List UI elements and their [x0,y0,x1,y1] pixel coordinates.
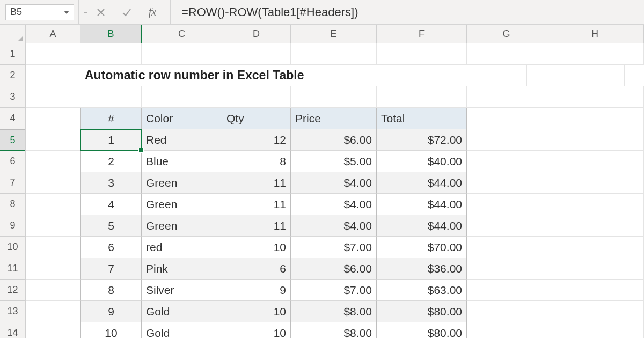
cell-price[interactable]: $4.00 [291,194,377,215]
cell-price[interactable]: $4.00 [291,215,377,237]
cell-price[interactable]: $8.00 [291,301,377,322]
cell[interactable] [26,258,80,280]
cell-price[interactable]: $7.00 [291,237,377,258]
cell[interactable] [546,280,644,301]
cell-price[interactable]: $8.00 [291,322,377,338]
cell-color[interactable]: Blue [142,151,222,172]
cell[interactable] [467,258,546,280]
row-header[interactable]: 11 [0,258,25,280]
cell[interactable] [26,194,80,215]
row-header[interactable]: 10 [0,237,25,258]
cell-total[interactable]: $44.00 [377,172,467,194]
row-header[interactable]: 5 [0,129,25,151]
cell-color[interactable]: Green [142,194,222,215]
cell[interactable] [467,215,546,237]
cell[interactable] [222,86,291,108]
name-box[interactable]: B5 [5,4,74,20]
col-header[interactable]: H [546,25,644,43]
cell[interactable] [546,151,644,172]
cell[interactable] [527,65,625,86]
title-cell[interactable]: Automatic row number in Excel Table [80,65,527,86]
cell[interactable] [26,108,80,129]
cell-total[interactable]: $36.00 [377,258,467,280]
cell[interactable] [546,172,644,194]
cell-total[interactable]: $44.00 [377,194,467,215]
cell-color[interactable]: red [142,237,222,258]
cell[interactable] [26,280,80,301]
row-header[interactable]: 8 [0,194,25,215]
drag-handle-icon[interactable] [83,0,87,24]
cell[interactable] [26,129,80,151]
cell-price[interactable]: $5.00 [291,151,377,172]
cell-qty[interactable]: 10 [222,301,291,322]
cell[interactable] [546,322,644,338]
col-header[interactable]: E [291,25,377,43]
formula-input[interactable]: =ROW()-ROW(Table1[#Headers]) [175,0,644,24]
cell[interactable] [80,43,142,65]
row-header[interactable]: 2 [0,65,25,86]
enter-icon[interactable] [121,6,133,18]
row-header[interactable]: 1 [0,43,25,65]
cell[interactable] [546,108,644,129]
cell-price[interactable]: $6.00 [291,129,377,151]
row-header[interactable]: 3 [0,86,25,108]
cell-color[interactable]: Silver [142,280,222,301]
cell[interactable] [26,322,80,338]
cell[interactable] [467,237,546,258]
col-header[interactable]: D [222,25,291,43]
table-header-color[interactable]: Color [142,108,222,129]
cell-total[interactable]: $80.00 [377,301,467,322]
cell[interactable] [546,194,644,215]
cell-color[interactable]: Green [142,172,222,194]
row-header[interactable]: 6 [0,151,25,172]
cell[interactable] [467,301,546,322]
cell[interactable] [26,172,80,194]
select-all-corner[interactable] [0,25,25,43]
cell-price[interactable]: $7.00 [291,280,377,301]
cell[interactable] [546,301,644,322]
cell[interactable] [467,172,546,194]
cell[interactable] [291,86,377,108]
cell-num[interactable]: 7 [80,258,142,280]
cell[interactable] [546,237,644,258]
cell[interactable] [467,86,546,108]
cell-color[interactable]: Gold [142,322,222,338]
cell[interactable] [467,151,546,172]
cell-num[interactable]: 4 [80,194,142,215]
cell-qty[interactable]: 10 [222,322,291,338]
cell-total[interactable]: $80.00 [377,322,467,338]
cell-color[interactable]: Pink [142,258,222,280]
cell-total[interactable]: $40.00 [377,151,467,172]
cell[interactable] [546,258,644,280]
table-header-qty[interactable]: Qty [222,108,291,129]
cell[interactable] [377,43,467,65]
cell[interactable] [26,215,80,237]
row-header[interactable]: 4 [0,108,25,129]
cell[interactable] [467,108,546,129]
chevron-down-icon[interactable] [64,9,70,16]
cell-price[interactable]: $6.00 [291,258,377,280]
cell-qty[interactable]: 11 [222,172,291,194]
cell-qty[interactable]: 10 [222,237,291,258]
cell[interactable] [26,65,80,86]
cell[interactable] [142,43,222,65]
col-header[interactable]: G [467,25,546,43]
cell[interactable] [26,43,80,65]
cell-color[interactable]: Red [142,129,222,151]
cell-price[interactable]: $4.00 [291,172,377,194]
fx-icon[interactable]: fx [147,6,158,18]
cell[interactable] [467,43,546,65]
cell-color[interactable]: Green [142,215,222,237]
cell-color[interactable]: Gold [142,301,222,322]
cell[interactable] [467,194,546,215]
table-header-num[interactable]: # [80,108,142,129]
cell-total[interactable]: $72.00 [377,129,467,151]
row-header[interactable]: 9 [0,215,25,237]
cell[interactable] [546,215,644,237]
cell-total[interactable]: $44.00 [377,215,467,237]
cell[interactable] [26,86,80,108]
cell-num[interactable]: 9 [80,301,142,322]
cell-qty[interactable]: 11 [222,215,291,237]
cell[interactable] [26,151,80,172]
cell-qty[interactable]: 9 [222,280,291,301]
